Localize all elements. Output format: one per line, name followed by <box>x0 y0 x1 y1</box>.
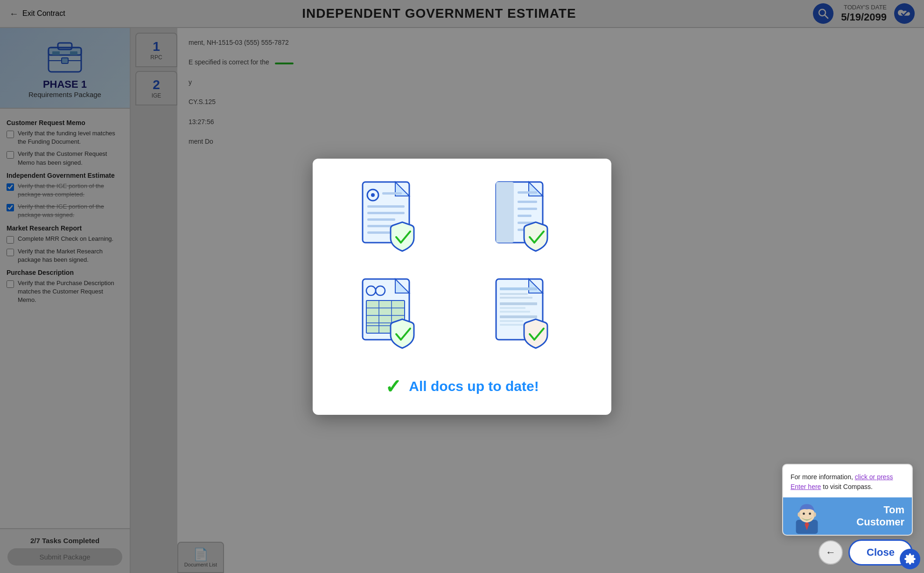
svg-rect-24 <box>518 208 537 210</box>
svg-rect-47 <box>500 315 537 318</box>
big-checkmark-icon: ✓ <box>385 375 401 398</box>
character-avatar-icon <box>791 499 823 534</box>
svg-point-12 <box>371 193 375 197</box>
svg-rect-14 <box>367 205 405 208</box>
doc-icon-1 <box>335 177 455 261</box>
back-arrow-icon: ← <box>826 546 836 559</box>
all-docs-row: ✓ All docs up to date! <box>385 375 539 398</box>
doc3-svg <box>353 274 437 358</box>
svg-point-53 <box>803 512 805 515</box>
doc-icon-3 <box>335 274 455 358</box>
svg-rect-43 <box>500 297 532 299</box>
popup-actions: ← Close <box>819 539 913 566</box>
svg-rect-45 <box>500 307 525 309</box>
svg-rect-46 <box>500 311 530 313</box>
svg-rect-18 <box>367 231 391 234</box>
doc-icon-4 <box>469 274 589 358</box>
svg-point-55 <box>798 512 800 517</box>
docs-grid <box>335 177 589 358</box>
back-button[interactable]: ← <box>819 540 843 565</box>
info-text-before: For more information, <box>791 473 855 481</box>
gear-button[interactable] <box>900 549 920 569</box>
svg-rect-42 <box>500 293 528 295</box>
info-text-after: to visit Compass. <box>821 483 872 490</box>
svg-rect-21 <box>496 182 514 243</box>
doc1-svg <box>353 177 437 261</box>
svg-rect-16 <box>367 218 395 221</box>
svg-rect-15 <box>367 212 405 214</box>
svg-point-56 <box>813 512 816 517</box>
doc2-svg <box>487 177 571 261</box>
info-popup: For more information, click or press Ent… <box>782 464 913 536</box>
character-name-line2: Customer <box>856 516 904 528</box>
info-popup-content: For more information, click or press Ent… <box>783 465 912 497</box>
svg-point-54 <box>809 512 811 515</box>
svg-rect-48 <box>500 320 523 322</box>
all-docs-text: All docs up to date! <box>409 378 539 394</box>
svg-rect-23 <box>518 201 537 203</box>
doc4-svg <box>487 274 571 358</box>
doc-icon-2 <box>469 177 589 261</box>
gear-icon <box>904 553 916 565</box>
svg-rect-25 <box>518 215 532 217</box>
character-name: Tom Customer <box>856 504 904 529</box>
svg-rect-22 <box>518 191 537 194</box>
modal-dialog: ✓ All docs up to date! <box>313 159 611 415</box>
character-name-line1: Tom <box>883 504 904 516</box>
svg-rect-13 <box>382 192 402 195</box>
character-panel: Tom Customer <box>783 497 912 535</box>
svg-rect-41 <box>500 287 537 290</box>
svg-rect-44 <box>500 302 537 305</box>
